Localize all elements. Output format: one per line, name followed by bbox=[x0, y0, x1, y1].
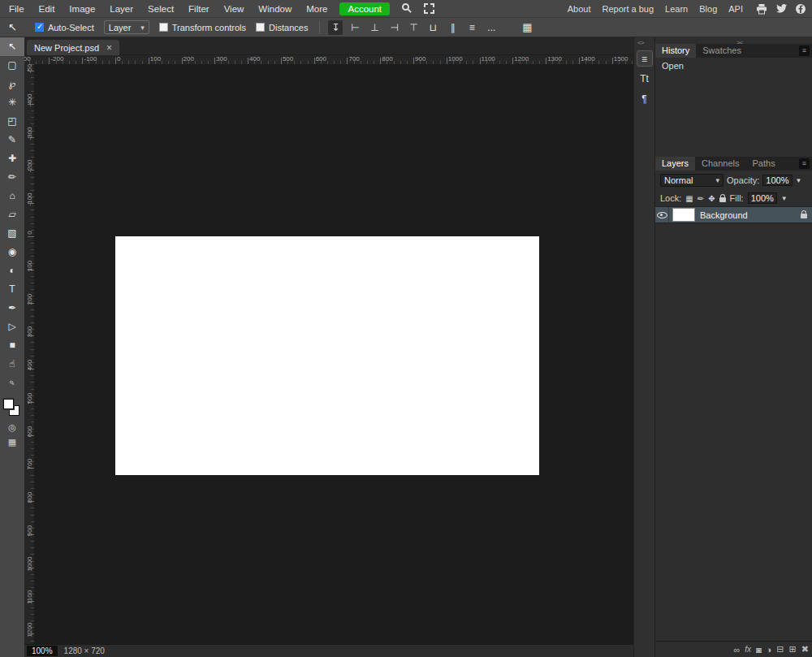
crop-tool[interactable]: ◰ bbox=[0, 112, 24, 131]
ruler-label: 200 bbox=[184, 55, 194, 63]
move-tool[interactable]: ↖ bbox=[0, 37, 24, 56]
menu-layer[interactable]: Layer bbox=[102, 4, 140, 14]
collapse-panels-icon[interactable]: <> bbox=[637, 39, 654, 46]
close-tab-icon[interactable]: × bbox=[106, 43, 112, 53]
adjustment-layer-icon[interactable]: ◑ bbox=[767, 645, 772, 655]
distances-checkbox[interactable] bbox=[256, 23, 265, 32]
link-layers-icon[interactable]: ∞ bbox=[733, 645, 740, 655]
quick-mask-icon[interactable]: ◎ bbox=[0, 420, 24, 434]
tab-swatches[interactable]: Swatches bbox=[696, 44, 748, 58]
menu-bar: FileEditImageLayerSelectFilterViewWindow… bbox=[0, 0, 812, 18]
menu-more[interactable]: More bbox=[299, 4, 335, 14]
tab-layers[interactable]: Layers bbox=[655, 157, 695, 171]
vertical-ruler[interactable]: -500-400-300-200-10001002003004005006007… bbox=[24, 64, 34, 644]
twitter-icon[interactable] bbox=[775, 2, 788, 15]
distribute-vertical-icon[interactable]: ≡ bbox=[464, 20, 479, 35]
lasso-tool[interactable]: ℘ bbox=[0, 75, 24, 93]
menu-api[interactable]: API bbox=[723, 4, 749, 14]
new-group-icon[interactable]: ⊟ bbox=[776, 644, 784, 655]
clone-stamp-tool[interactable]: ⌂ bbox=[0, 187, 24, 205]
more-align-options[interactable]: ... bbox=[484, 20, 499, 35]
screen-mode-icon[interactable]: ▦ bbox=[0, 434, 24, 449]
lock-transparency-icon[interactable]: ▦ bbox=[685, 194, 693, 203]
auto-select-checkbox[interactable] bbox=[35, 23, 44, 32]
pen-tool[interactable]: ✒ bbox=[0, 299, 24, 318]
auto-select-label[interactable]: Auto-Select bbox=[48, 23, 94, 32]
rect-select-tool[interactable]: ▢ bbox=[0, 56, 24, 75]
print-icon[interactable] bbox=[755, 2, 768, 15]
search-icon[interactable] bbox=[401, 2, 414, 15]
grid-view-icon[interactable]: ▦ bbox=[520, 20, 534, 35]
opacity-value[interactable]: 100% bbox=[762, 175, 792, 186]
layer-effects-icon[interactable]: fx bbox=[745, 645, 751, 654]
path-select-tool[interactable]: ▷ bbox=[0, 318, 24, 336]
layer-row-background[interactable]: Background bbox=[655, 206, 812, 223]
horizontal-ruler[interactable]: -300-200-1000100200300400500600700800900… bbox=[24, 55, 633, 64]
tab-history[interactable]: History bbox=[655, 44, 696, 58]
menu-select[interactable]: Select bbox=[140, 4, 181, 14]
panel-menu-icon[interactable]: ≡ bbox=[799, 158, 810, 169]
fill-value[interactable]: 100% bbox=[748, 192, 777, 204]
align-center-icon[interactable]: ⊥ bbox=[367, 20, 382, 35]
auto-select-target-dropdown[interactable]: Layer ▾ bbox=[104, 20, 149, 34]
lock-paint-icon[interactable]: ✏ bbox=[698, 194, 704, 203]
transform-controls-checkbox[interactable] bbox=[159, 23, 168, 32]
new-layer-icon[interactable]: ⊞ bbox=[789, 644, 797, 655]
foreground-color-swatch[interactable] bbox=[3, 399, 14, 409]
layer-mask-icon[interactable]: ◙ bbox=[756, 645, 762, 655]
eraser-tool[interactable]: ▱ bbox=[0, 205, 24, 224]
tab-channels[interactable]: Channels bbox=[695, 157, 745, 171]
paragraph-panel-icon[interactable]: ¶ bbox=[637, 91, 653, 107]
zoom-level[interactable]: 100% bbox=[27, 646, 58, 656]
eye-icon bbox=[657, 210, 667, 220]
account-button[interactable]: Account bbox=[339, 2, 390, 15]
gradient-tool[interactable]: ▧ bbox=[0, 224, 24, 243]
visibility-toggle[interactable] bbox=[655, 207, 669, 223]
type-tool[interactable]: T bbox=[0, 280, 24, 299]
menu-filter[interactable]: Filter bbox=[181, 4, 217, 14]
layer-name[interactable]: Background bbox=[700, 210, 801, 220]
color-swatches[interactable] bbox=[0, 395, 24, 420]
align-left-icon[interactable]: ⊢ bbox=[348, 20, 362, 35]
menu-image[interactable]: Image bbox=[62, 4, 102, 14]
panel-menu-icon[interactable]: ≡ bbox=[799, 45, 810, 56]
transform-controls-label[interactable]: Transform controls bbox=[172, 23, 246, 32]
align-top-icon[interactable]: ⊤ bbox=[406, 20, 421, 35]
align-right-icon[interactable]: ⊣ bbox=[387, 20, 401, 35]
menu-blog[interactable]: Blog bbox=[693, 4, 723, 14]
delete-layer-icon[interactable]: ✖ bbox=[801, 644, 809, 655]
rectangle-tool[interactable]: ■ bbox=[0, 336, 24, 355]
fill-dropdown-icon[interactable]: ▼ bbox=[781, 195, 788, 202]
brush-tool[interactable]: ✏ bbox=[0, 168, 24, 187]
canvas[interactable] bbox=[115, 236, 539, 475]
align-bottom-icon[interactable]: ⊔ bbox=[425, 20, 440, 35]
magic-wand-tool[interactable]: ✳ bbox=[0, 93, 24, 112]
fullscreen-icon[interactable] bbox=[424, 3, 434, 14]
lock-all-icon[interactable] bbox=[719, 197, 726, 202]
distances-label[interactable]: Distances bbox=[269, 23, 308, 32]
menu-view[interactable]: View bbox=[217, 4, 252, 14]
opacity-dropdown-icon[interactable]: ▼ bbox=[796, 177, 802, 184]
menu-window[interactable]: Window bbox=[251, 4, 299, 14]
history-panel-header: History Swatches ≡ bbox=[655, 44, 812, 58]
document-tab[interactable]: New Project.psd × bbox=[27, 40, 119, 55]
menu-about[interactable]: About bbox=[562, 4, 597, 14]
menu-report-a-bug[interactable]: Report a bug bbox=[596, 4, 659, 14]
menu-edit[interactable]: Edit bbox=[32, 4, 63, 14]
blend-mode-select[interactable]: Normal ▾ bbox=[660, 174, 723, 187]
menu-learn[interactable]: Learn bbox=[659, 4, 693, 14]
healing-brush-tool[interactable]: ✚ bbox=[0, 149, 24, 168]
send-to-back-icon[interactable]: ↧ bbox=[328, 20, 343, 35]
menu-file[interactable]: File bbox=[2, 4, 32, 14]
dodge-tool[interactable]: ◐ bbox=[0, 262, 24, 280]
distribute-horizontal-icon[interactable]: ∥ bbox=[445, 20, 460, 35]
tab-paths[interactable]: Paths bbox=[746, 157, 782, 171]
adjustments-panel-icon[interactable]: ≡ bbox=[637, 50, 653, 67]
character-panel-icon[interactable]: Tt bbox=[637, 71, 653, 87]
blur-tool[interactable]: ◉ bbox=[0, 243, 24, 262]
facebook-icon[interactable] bbox=[794, 2, 807, 15]
history-item-open[interactable]: Open bbox=[655, 58, 812, 74]
eyedropper-tool[interactable]: ✎ bbox=[0, 131, 24, 149]
layer-thumbnail[interactable] bbox=[672, 208, 695, 222]
lock-position-icon[interactable]: ✥ bbox=[708, 194, 715, 203]
